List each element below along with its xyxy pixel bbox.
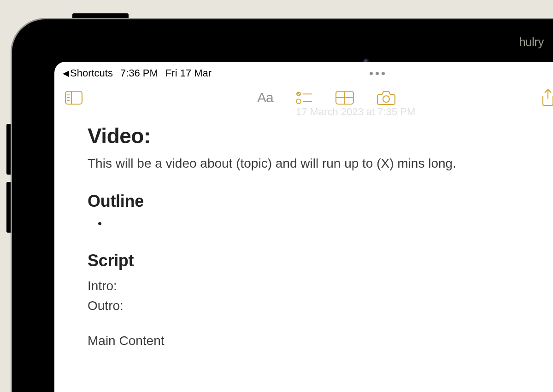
multitask-menu-button[interactable] xyxy=(370,72,385,75)
share-icon xyxy=(540,88,553,107)
ipad-device-frame: ◀ Shortcuts 7:36 PM Fri 17 Mar xyxy=(12,19,553,392)
device-volume-down xyxy=(6,182,12,233)
dot-icon xyxy=(376,72,379,75)
svg-point-7 xyxy=(296,99,301,104)
outline-heading: Outline xyxy=(88,192,532,211)
svg-point-5 xyxy=(296,92,301,96)
script-outro-line: Outro: xyxy=(88,296,532,316)
text-style-icon: Aa xyxy=(257,90,273,105)
script-lines: Intro: Outro: xyxy=(88,276,532,316)
app-screen: ◀ Shortcuts 7:36 PM Fri 17 Mar xyxy=(54,62,553,392)
note-timestamp: 17 March 2023 at 7:35 PM xyxy=(296,106,415,118)
insert-table-button[interactable] xyxy=(335,90,354,105)
back-to-app-button[interactable]: ◀ Shortcuts xyxy=(63,67,113,79)
back-app-label: Shortcuts xyxy=(70,67,113,79)
back-arrow-icon: ◀ xyxy=(63,68,69,78)
outline-bullet-item: • xyxy=(88,216,532,231)
status-date: Fri 17 Mar xyxy=(165,67,212,79)
checklist-icon xyxy=(295,90,313,105)
main-content-heading: Main Content xyxy=(88,333,532,348)
status-bar: ◀ Shortcuts 7:36 PM Fri 17 Mar xyxy=(54,62,553,82)
share-button[interactable] xyxy=(540,88,553,107)
svg-point-12 xyxy=(383,96,389,102)
dot-icon xyxy=(370,72,373,75)
toggle-sidebar-button[interactable] xyxy=(65,90,83,105)
camera-icon xyxy=(377,90,396,105)
notes-toolbar: Aa xyxy=(54,82,553,109)
watermark-text: hulry xyxy=(519,35,544,49)
note-body-area[interactable]: Video: This will be a video about (topic… xyxy=(54,109,553,348)
checklist-button[interactable] xyxy=(295,90,313,105)
script-heading: Script xyxy=(88,251,532,270)
camera-button[interactable] xyxy=(377,90,396,105)
text-style-button[interactable]: Aa xyxy=(257,90,273,105)
dot-icon xyxy=(382,72,385,75)
sidebar-icon xyxy=(65,90,83,105)
status-time: 7:36 PM xyxy=(120,67,158,79)
table-icon xyxy=(335,90,354,105)
note-title: Video: xyxy=(88,123,532,148)
device-power-button xyxy=(72,13,129,19)
note-subtitle: This will be a video about (topic) and w… xyxy=(88,155,532,172)
device-volume-up xyxy=(6,124,12,175)
script-intro-line: Intro: xyxy=(88,276,532,296)
